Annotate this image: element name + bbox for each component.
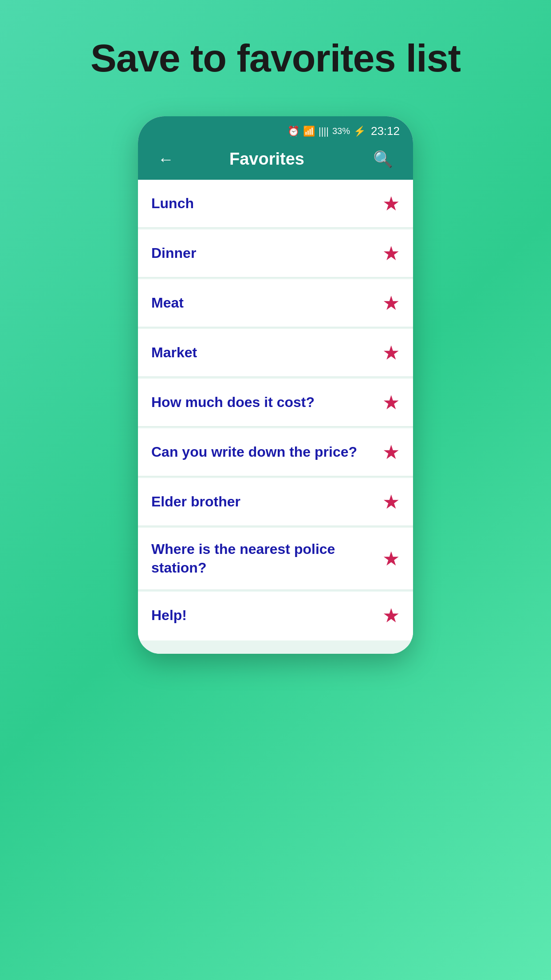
item-text: Meat — [151, 294, 382, 312]
item-text: Where is the nearest police station? — [151, 540, 382, 577]
favorite-star-icon[interactable]: ★ — [382, 441, 400, 463]
battery-status: 33% — [332, 126, 350, 136]
item-text: Can you write down the price? — [151, 443, 382, 462]
favorite-star-icon[interactable]: ★ — [382, 341, 400, 364]
app-header: ← Favorites 🔍 — [147, 141, 404, 180]
status-bar: ⏰ 📶 |||| 33% ⚡ 23:12 — [147, 121, 404, 141]
list-item[interactable]: Where is the nearest police station?★ — [138, 528, 413, 590]
time-display: 23:12 — [371, 124, 400, 138]
favorites-list: Lunch★Dinner★Meat★Market★How much does i… — [138, 180, 413, 639]
alarm-icon: ⏰ — [287, 126, 299, 137]
phone-top-bar: ⏰ 📶 |||| 33% ⚡ 23:12 ← Favorites 🔍 — [138, 116, 413, 180]
wifi-icon: 📶 — [303, 126, 315, 137]
favorite-star-icon[interactable]: ★ — [382, 604, 400, 627]
list-item[interactable]: Meat★ — [138, 279, 413, 328]
search-button[interactable]: 🔍 — [373, 150, 393, 169]
item-text: Market — [151, 344, 382, 362]
signal-icon: |||| — [319, 126, 329, 137]
favorite-star-icon[interactable]: ★ — [382, 547, 400, 570]
favorite-star-icon[interactable]: ★ — [382, 192, 400, 215]
favorite-star-icon[interactable]: ★ — [382, 242, 400, 265]
status-icons: ⏰ 📶 |||| 33% ⚡ — [287, 126, 366, 137]
list-item[interactable]: Elder brother★ — [138, 478, 413, 526]
item-text: Lunch — [151, 194, 382, 213]
list-item[interactable]: How much does it cost?★ — [138, 379, 413, 427]
list-item[interactable]: Dinner★ — [138, 229, 413, 278]
charging-icon: ⚡ — [354, 126, 366, 137]
item-text: Help! — [151, 606, 382, 625]
item-text: How much does it cost? — [151, 393, 382, 412]
page-title: Save to favorites list — [91, 36, 460, 81]
list-item[interactable]: Market★ — [138, 329, 413, 377]
item-text: Dinner — [151, 244, 382, 263]
list-item[interactable]: Can you write down the price?★ — [138, 428, 413, 477]
phone-bottom — [138, 640, 413, 654]
favorite-star-icon[interactable]: ★ — [382, 490, 400, 513]
header-title: Favorites — [161, 150, 373, 169]
list-item[interactable]: Lunch★ — [138, 180, 413, 228]
item-text: Elder brother — [151, 493, 382, 511]
phone-frame: ⏰ 📶 |||| 33% ⚡ 23:12 ← Favorites 🔍 Lunch… — [138, 116, 413, 654]
favorite-star-icon[interactable]: ★ — [382, 391, 400, 414]
list-item[interactable]: Help!★ — [138, 592, 413, 639]
favorite-star-icon[interactable]: ★ — [382, 292, 400, 314]
